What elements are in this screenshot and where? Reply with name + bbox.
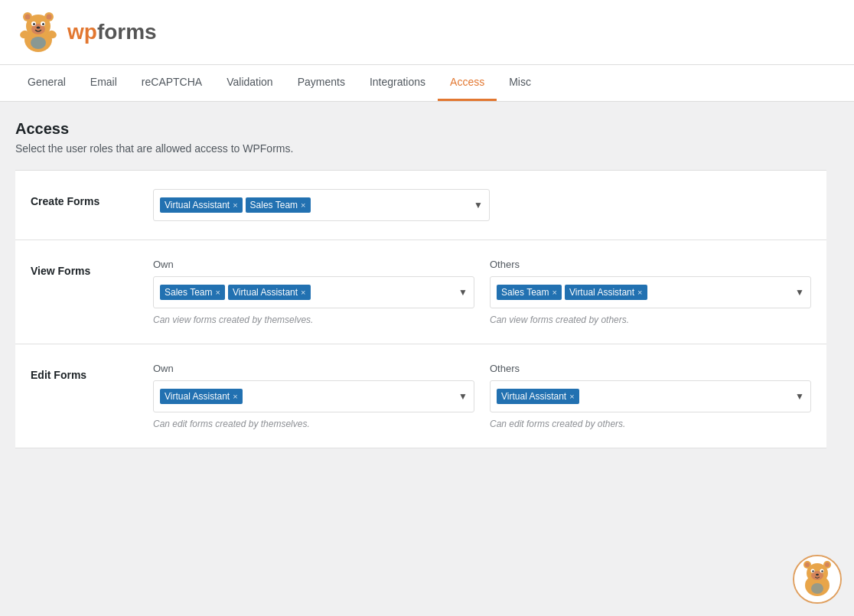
tag-virtual-assistant-edit-others[interactable]: Virtual Assistant × <box>497 389 579 404</box>
tag-remove-virtual-assistant-view-own[interactable]: × <box>301 288 305 297</box>
tag-remove-sales-team-view-own[interactable]: × <box>215 288 220 297</box>
edit-forms-others-label: Others <box>490 363 811 374</box>
tag-remove-virtual-assistant-view-others[interactable]: × <box>637 288 642 297</box>
tag-sales-team-create[interactable]: Sales Team × <box>246 197 311 213</box>
edit-forms-others-block: Others Virtual Assistant × ▼ Can edit fo… <box>490 363 811 429</box>
tag-sales-team-view-others[interactable]: Sales Team × <box>497 285 562 300</box>
view-forms-others-label: Others <box>490 259 811 270</box>
page-description: Select the user roles that are allowed a… <box>15 142 826 155</box>
tag-virtual-assistant-edit-own[interactable]: Virtual Assistant × <box>160 389 243 404</box>
view-forms-own-select[interactable]: Sales Team × Virtual Assistant × ▼ <box>153 276 474 308</box>
tag-remove-sales-team-view-others[interactable]: × <box>552 288 556 297</box>
view-forms-row: View Forms Own Sales Team × Virtual Assi… <box>15 240 826 344</box>
edit-forms-own-hint: Can edit forms created by themselves. <box>153 419 474 429</box>
edit-forms-others-dropdown-arrow[interactable]: ▼ <box>789 391 804 402</box>
tab-validation[interactable]: Validation <box>214 65 285 101</box>
header: wpforms <box>0 0 854 65</box>
logo: wpforms <box>15 9 157 55</box>
view-forms-fields: Own Sales Team × Virtual Assistant × ▼ C… <box>153 259 811 325</box>
svg-point-10 <box>42 23 44 25</box>
edit-forms-own-select[interactable]: Virtual Assistant × ▼ <box>153 380 474 412</box>
content-area: Access Select the user roles that are al… <box>0 102 842 467</box>
tag-remove-sales-team-create[interactable]: × <box>301 200 305 210</box>
tab-email[interactable]: Email <box>78 65 129 101</box>
tab-general[interactable]: General <box>15 65 78 101</box>
svg-point-14 <box>31 37 46 49</box>
tag-remove-virtual-assistant-edit-own[interactable]: × <box>233 392 237 401</box>
logo-text: wpforms <box>67 20 157 44</box>
create-forms-select[interactable]: Virtual Assistant × Sales Team × ▼ <box>153 189 490 221</box>
create-forms-row: Create Forms Virtual Assistant × Sales T… <box>15 171 826 240</box>
svg-point-4 <box>25 15 31 20</box>
view-forms-own-label: Own <box>153 259 474 270</box>
edit-forms-fields: Own Virtual Assistant × ▼ Can edit forms… <box>153 363 811 429</box>
view-forms-label: View Forms <box>31 259 138 277</box>
tag-remove-virtual-assistant-edit-others[interactable]: × <box>569 392 574 401</box>
view-forms-own-dropdown-arrow[interactable]: ▼ <box>452 287 468 298</box>
tab-recaptcha[interactable]: reCAPTCHA <box>129 65 214 101</box>
view-forms-own-block: Own Sales Team × Virtual Assistant × ▼ C… <box>153 259 474 325</box>
tab-payments[interactable]: Payments <box>285 65 357 101</box>
edit-forms-own-label: Own <box>153 363 474 374</box>
tab-access[interactable]: Access <box>438 65 497 101</box>
page-title: Access <box>15 120 826 138</box>
tag-virtual-assistant-create[interactable]: Virtual Assistant × <box>160 197 243 213</box>
view-forms-others-dropdown-arrow[interactable]: ▼ <box>789 287 804 298</box>
nav-tabs: General Email reCAPTCHA Validation Payme… <box>0 65 854 102</box>
edit-forms-own-dropdown-arrow[interactable]: ▼ <box>452 391 468 402</box>
svg-point-9 <box>33 23 35 25</box>
create-forms-dropdown-arrow[interactable]: ▼ <box>468 200 483 210</box>
edit-forms-label: Edit Forms <box>31 363 138 381</box>
view-forms-others-hint: Can view forms created by others. <box>490 315 811 325</box>
section-create-forms: Create Forms Virtual Assistant × Sales T… <box>15 170 826 448</box>
tag-virtual-assistant-view-own[interactable]: Virtual Assistant × <box>228 285 311 300</box>
tab-misc[interactable]: Misc <box>497 65 543 101</box>
edit-forms-others-select[interactable]: Virtual Assistant × ▼ <box>490 380 811 412</box>
edit-forms-row: Edit Forms Own Virtual Assistant × ▼ Can… <box>15 344 826 448</box>
create-forms-label: Create Forms <box>31 189 138 207</box>
svg-point-5 <box>47 15 52 20</box>
edit-forms-others-hint: Can edit forms created by others. <box>490 419 811 429</box>
view-forms-others-block: Others Sales Team × Virtual Assistant × … <box>490 259 811 325</box>
tag-remove-virtual-assistant-create[interactable]: × <box>233 200 237 210</box>
tab-integrations[interactable]: Integrations <box>357 65 438 101</box>
view-forms-own-hint: Can view forms created by themselves. <box>153 315 474 325</box>
logo-bear-icon <box>15 9 61 55</box>
edit-forms-own-block: Own Virtual Assistant × ▼ Can edit forms… <box>153 363 474 429</box>
tag-virtual-assistant-view-others[interactable]: Virtual Assistant × <box>565 285 647 300</box>
svg-point-11 <box>37 27 41 29</box>
view-forms-others-select[interactable]: Sales Team × Virtual Assistant × ▼ <box>490 276 811 308</box>
tag-sales-team-view-own[interactable]: Sales Team × <box>160 285 225 300</box>
